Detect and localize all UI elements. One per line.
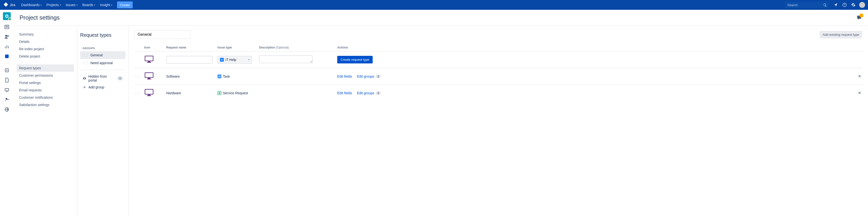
request-type-icon[interactable] xyxy=(144,72,166,81)
drag-handle-icon[interactable]: ⋮⋮ xyxy=(134,75,140,78)
svg-point-8 xyxy=(7,35,9,37)
remove-button[interactable]: ✕ xyxy=(857,90,862,96)
col-icon: Icon xyxy=(144,46,166,49)
pages-icon[interactable] xyxy=(4,77,10,83)
svg-rect-33 xyxy=(148,94,150,95)
nav-insight[interactable]: Insight▾ xyxy=(98,1,114,8)
group-count-badge: 1 xyxy=(376,75,381,78)
svg-point-3 xyxy=(6,16,8,17)
drag-handle-icon[interactable]: ⋮⋮ xyxy=(134,91,140,95)
monitor-icon xyxy=(144,88,154,97)
svg-rect-24 xyxy=(145,56,153,61)
group-need-approval[interactable]: ⋮⋮ Need approval xyxy=(80,59,125,67)
col-issue-type: Issue type xyxy=(217,46,259,49)
reports-icon[interactable] xyxy=(4,44,10,50)
add-shortcut-icon[interactable] xyxy=(4,68,10,73)
description-input[interactable] xyxy=(259,55,313,63)
customers-icon[interactable] xyxy=(4,34,10,40)
raise-request-icon[interactable] xyxy=(4,87,10,93)
issue-type-select[interactable]: IT Help ▾ xyxy=(217,56,252,64)
table-row: ⋮⋮ Hardware Service Request Edit fields xyxy=(134,84,862,101)
issue-type-value: IT Help xyxy=(225,58,236,62)
svg-point-28 xyxy=(221,59,222,60)
sidebar-summary[interactable]: Summary xyxy=(17,31,74,38)
drag-handle-icon[interactable]: ⋮⋮ xyxy=(83,53,89,57)
icon-rail xyxy=(0,10,14,216)
sidebar-details[interactable]: Details xyxy=(17,38,74,45)
sidebar-portal-settings[interactable]: Portal settings xyxy=(17,79,74,86)
request-name[interactable]: Hardware xyxy=(166,91,217,95)
remove-button[interactable]: ✕ xyxy=(857,73,862,80)
sidebar-customer-notifications[interactable]: Customer notifications xyxy=(17,94,74,101)
monitor-icon xyxy=(144,72,154,80)
edit-fields-link[interactable]: Edit fields xyxy=(337,75,352,78)
settings-icon[interactable] xyxy=(850,2,856,8)
task-icon xyxy=(217,75,221,78)
project-avatar[interactable] xyxy=(3,12,11,20)
add-existing-button[interactable]: Add existing request type xyxy=(819,31,862,38)
request-name[interactable]: Software xyxy=(166,75,217,78)
sidebar-reindex[interactable]: Re-index project xyxy=(17,45,74,53)
feedback-icon[interactable] xyxy=(856,15,862,21)
svg-rect-29 xyxy=(145,73,153,78)
project-shortcut-icon[interactable] xyxy=(4,53,10,59)
help-icon[interactable]: ? xyxy=(842,2,847,8)
request-type-icon[interactable] xyxy=(144,88,166,98)
nav-projects[interactable]: Projects▾ xyxy=(44,1,63,8)
service-request-icon xyxy=(217,91,221,95)
sidebar-customer-permissions[interactable]: Customer permissions xyxy=(17,72,74,79)
group-name-input[interactable] xyxy=(134,30,191,39)
svg-point-18 xyxy=(6,98,7,100)
svg-rect-12 xyxy=(5,55,9,58)
request-type-icon[interactable] xyxy=(144,55,166,64)
sidebar-delete[interactable]: Delete project xyxy=(17,53,74,60)
groups-column: Request types GROUPS ⋮⋮ General ⋮⋮ Need … xyxy=(77,26,128,216)
invite-team-icon[interactable] xyxy=(4,97,10,103)
svg-text:?: ? xyxy=(844,3,845,6)
search-icon xyxy=(823,3,827,7)
group-general[interactable]: ⋮⋮ General xyxy=(80,51,125,59)
logo-text: Jira xyxy=(10,3,16,7)
section-title: Request types xyxy=(80,32,112,38)
search-input[interactable] xyxy=(785,2,829,8)
create-request-type-button[interactable]: Create request type xyxy=(337,56,373,63)
groups-label: GROUPS xyxy=(80,47,125,50)
notifications-icon[interactable] xyxy=(833,2,839,8)
plus-icon xyxy=(83,85,87,89)
nav-dashboards[interactable]: Dashboards▾ xyxy=(19,1,44,8)
svg-rect-32 xyxy=(145,89,153,94)
it-help-icon xyxy=(220,58,224,62)
settings-sidebar: Summary Details Re-index project Delete … xyxy=(14,26,77,216)
jira-logo[interactable]: Jira xyxy=(3,2,16,8)
sidebar-satisfaction-settings[interactable]: Satisfaction settings xyxy=(17,101,74,108)
col-description: Description (Optional) xyxy=(259,46,337,49)
nav-issues[interactable]: Issues▾ xyxy=(64,1,80,8)
table-row: ⋮⋮ Software Task Edit fields xyxy=(134,68,862,84)
sidebar-request-types[interactable]: Request types xyxy=(17,64,74,72)
hidden-label: Hidden from portal xyxy=(88,75,115,82)
issue-type-value: Task xyxy=(223,75,230,78)
edit-groups-link[interactable]: Edit groups xyxy=(357,91,374,95)
drag-handle-icon[interactable]: ⋮⋮ xyxy=(83,61,89,65)
svg-rect-30 xyxy=(148,78,150,79)
create-button[interactable]: Create xyxy=(117,1,133,8)
edit-fields-link[interactable]: Edit fields xyxy=(337,91,352,95)
add-group[interactable]: Add group xyxy=(80,84,125,90)
add-group-label: Add group xyxy=(89,85,104,89)
group-label: General xyxy=(90,53,103,57)
svg-rect-16 xyxy=(5,88,9,91)
request-name-input[interactable] xyxy=(166,56,213,64)
eye-icon xyxy=(83,76,86,80)
welcome-icon[interactable] xyxy=(4,107,10,112)
hidden-from-portal[interactable]: Hidden from portal 0 xyxy=(80,73,125,84)
queues-icon[interactable] xyxy=(4,24,10,30)
svg-rect-34 xyxy=(147,96,151,96)
edit-groups-link[interactable]: Edit groups xyxy=(357,75,374,78)
nav-boards[interactable]: Boards▾ xyxy=(81,1,97,8)
svg-rect-26 xyxy=(147,62,151,63)
group-label: Need approval xyxy=(90,61,113,65)
sidebar-email-requests[interactable]: Email requests xyxy=(17,86,74,94)
user-avatar[interactable] xyxy=(859,2,865,8)
svg-point-7 xyxy=(5,35,7,37)
new-request-type-row: IT Help ▾ Create request type xyxy=(134,51,862,68)
